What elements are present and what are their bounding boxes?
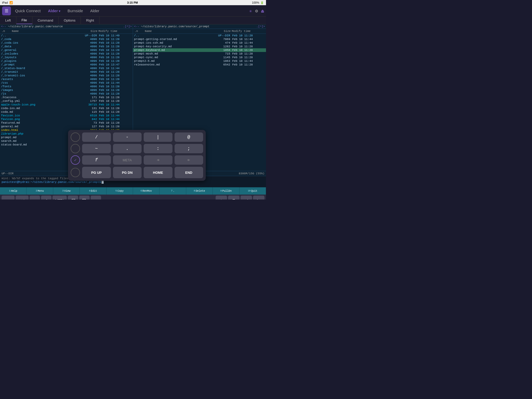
left-file-row[interactable]: /_transmit4096Feb 10 11:28	[0, 70, 133, 74]
overlay-slash-key[interactable]: /	[82, 132, 111, 142]
right-file-row[interactable]: prompt-key-security.md1282Feb 10 11:28	[133, 45, 266, 48]
left-path-bar: <-- ~/sites/library.panic.com/source .[^…	[0, 24, 133, 29]
left-file-row[interactable]: /fonts4096Feb 10 11:28	[0, 85, 133, 88]
left-file-row[interactable]: featured.md73Feb 10 11:28	[0, 121, 133, 125]
overlay-circle-2[interactable]	[71, 144, 80, 153]
file-time: Feb 10 11:28	[98, 41, 132, 44]
tab-command[interactable]: Command	[32, 17, 59, 24]
alder-button[interactable]: Alder	[45, 7, 63, 15]
left-file-row[interactable]: /_includes4096Feb 10 11:28	[0, 52, 133, 56]
overlay-at-key[interactable]: @	[175, 132, 203, 142]
file-time: Feb 10 11:44	[98, 103, 132, 106]
overlay-pgup-key[interactable]: PG UP	[82, 167, 111, 178]
left-file-row[interactable]: .htaccess171Feb 10 11:28	[0, 96, 133, 99]
tab-key[interactable]: ⇥	[30, 196, 40, 200]
right-file-row[interactable]: prompt-keyboard.md1058Feb 10 11:28	[133, 48, 266, 52]
fn-label: Quit	[251, 190, 257, 192]
overlay-f-key[interactable]: f	[82, 155, 111, 165]
tab-options[interactable]: Options	[59, 17, 81, 24]
file-name: /_general	[1, 49, 80, 52]
right-file-row[interactable]: /..UP--DIRFeb 10 11:28	[133, 34, 266, 37]
overlay-del2-key[interactable]: ⌦	[175, 155, 203, 165]
fn-key-10[interactable]: 10Quit	[240, 187, 266, 195]
down-arrow-key[interactable]: ▼	[228, 196, 240, 200]
left-file-row[interactable]: favicon.ico6518Feb 10 11:44	[0, 114, 133, 117]
file-name: favicon.png	[1, 118, 80, 121]
right-file-row[interactable]: prompt-mosh.md715Feb 10 11:28	[133, 52, 266, 56]
fn-key-1[interactable]: 1Help	[0, 187, 26, 195]
left-file-row[interactable]: apple-touch-icon.png38715Feb 10 11:44	[0, 103, 133, 107]
time-display: 3:15 PM	[127, 1, 138, 4]
overlay-home-key[interactable]: HOME	[144, 167, 172, 178]
fn-key-2[interactable]: 2Menu	[26, 187, 53, 195]
gear-icon[interactable]: ⚙	[255, 8, 258, 14]
overlay-colon-key[interactable]: :	[144, 144, 172, 153]
right-file-row[interactable]: prompt-sync.md1145Feb 10 11:28	[133, 56, 266, 59]
left-file-row[interactable]: /_plugins4096Feb 10 11:28	[0, 59, 133, 63]
overlay-end-key[interactable]: END	[175, 167, 203, 178]
dots-key[interactable]: •••	[91, 196, 101, 200]
f-key[interactable]: f	[41, 196, 51, 200]
burnside-button[interactable]: Burnside	[64, 7, 86, 15]
overlay-semicolon-key[interactable]: ;	[175, 144, 203, 153]
file-name: /_coda	[1, 38, 80, 41]
left-file-row[interactable]: /_coda4096Feb 10 11:28	[0, 37, 133, 41]
right-arrow-key[interactable]: ▶	[253, 196, 264, 200]
right-file-row[interactable]: prompt-getting-started.md7869Feb 10 11:4…	[133, 37, 266, 41]
overlay-pgdn-key[interactable]: PG DN	[113, 167, 142, 178]
overlay-circle-3[interactable]: ✓	[71, 155, 80, 165]
overlay-dot-key[interactable]: .	[113, 144, 142, 153]
quick-connect-button[interactable]: Quick Connect	[12, 7, 44, 15]
overlay-del1-key[interactable]: ⌫	[144, 155, 172, 165]
tab-file[interactable]: File	[16, 17, 32, 24]
up-arrow-key[interactable]: ▲	[216, 196, 227, 200]
overlay-pipe-key[interactable]: |	[144, 132, 172, 142]
file-name: coda.md	[1, 110, 80, 114]
overlay-circle-4[interactable]	[71, 168, 80, 177]
backspace-key[interactable]: ⌫	[68, 196, 78, 200]
overlay-tilde-key[interactable]: ~	[82, 144, 111, 153]
eject-icon[interactable]: ⏏	[261, 8, 264, 14]
left-file-row[interactable]: /_prompt4096Feb 10 13:47	[0, 63, 133, 66]
right-file-row[interactable]: releasenotes.md6542Feb 10 11:28	[133, 63, 266, 66]
file-time: Feb 10 11:28	[98, 92, 132, 95]
left-file-row[interactable]: favicon.png842Feb 10 11:44	[0, 117, 133, 121]
left-arrow-key[interactable]: ◀	[241, 196, 252, 200]
left-file-row[interactable]: /_general4096Feb 10 11:28	[0, 48, 133, 52]
left-file-row[interactable]: /_coda-ios4096Feb 10 11:28	[0, 41, 133, 45]
ctrl-key[interactable]: ctrl	[16, 196, 29, 200]
fn-key-7[interactable]: 7.	[159, 187, 186, 195]
right-file-row[interactable]: prompt-ios-ssh.md474Feb 10 11:44	[133, 41, 266, 45]
fn-key-5[interactable]: 5Copy	[107, 187, 133, 195]
left-file-row[interactable]: /_status-board4096Feb 10 11:44	[0, 66, 133, 70]
overlay-dash-key[interactable]: -	[113, 132, 142, 142]
alder2-button[interactable]: Alder	[87, 7, 102, 15]
left-file-row[interactable]: /assets4096Feb 10 11:28	[0, 77, 133, 81]
overlay-circle-1[interactable]	[71, 132, 80, 142]
star-icon[interactable]: ✳	[249, 8, 252, 14]
left-file-row[interactable]: /js4096Feb 10 11:28	[0, 92, 133, 96]
right-file-row[interactable]: prompt2-5.md1863Feb 10 11:44	[133, 59, 266, 63]
fn-key-9[interactable]: 9PullDn	[213, 187, 239, 195]
left-file-row[interactable]: /..UP--DIRFeb 10 11:49	[0, 34, 133, 37]
delete-key[interactable]: ⌦	[79, 196, 90, 200]
left-file-row[interactable]: /_layouts4096Feb 10 11:28	[0, 56, 133, 59]
left-file-row[interactable]: /_transmit-ios4096Feb 10 11:28	[0, 74, 133, 77]
esc-key[interactable]: esc	[2, 196, 15, 200]
meta-key[interactable]: META	[52, 196, 67, 200]
left-file-row[interactable]: /css4096Feb 10 11:44	[0, 81, 133, 85]
left-file-row[interactable]: general.md127Feb 10 11:28	[0, 125, 133, 128]
fn-key-3[interactable]: 3View	[53, 187, 80, 195]
menu-button[interactable]: ☰	[2, 6, 11, 15]
left-file-row[interactable]: /images4096Feb 10 11:28	[0, 88, 133, 92]
fn-key-4[interactable]: 4Edit	[80, 187, 106, 195]
fn-key-6[interactable]: 6RenMov	[133, 187, 159, 195]
left-file-row[interactable]: _config.yml1757Feb 10 11:28	[0, 99, 133, 103]
left-file-row[interactable]: coda.md115Feb 10 11:28	[0, 110, 133, 114]
overlay-meta-key[interactable]: META	[113, 155, 142, 165]
fn-key-8[interactable]: 8Delete	[186, 187, 213, 195]
left-file-row[interactable]: coda-ios.md131Feb 10 11:28	[0, 107, 133, 110]
tab-left[interactable]: Left	[0, 17, 16, 24]
left-file-row[interactable]: /_data4096Feb 10 11:28	[0, 45, 133, 48]
tab-right[interactable]: Right	[81, 17, 99, 24]
